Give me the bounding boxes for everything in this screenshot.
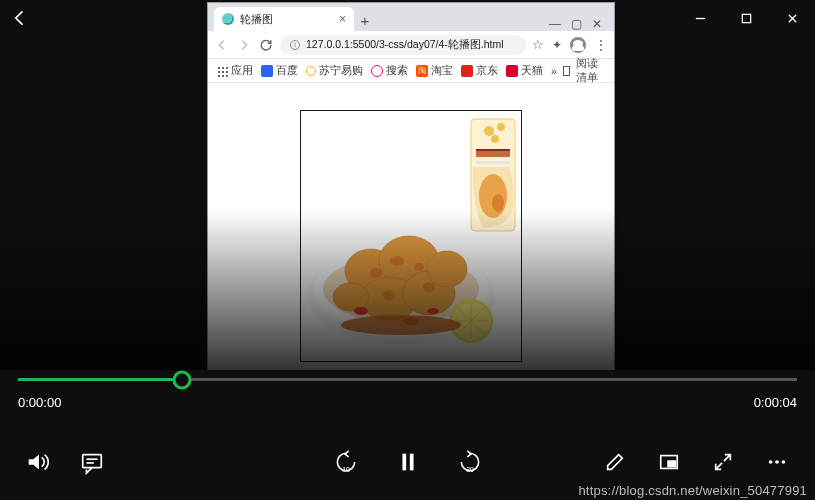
play-pause-button[interactable] (394, 448, 422, 476)
svg-point-33 (341, 315, 461, 335)
new-tab-button[interactable]: + (354, 9, 376, 31)
chrome-browser-window: 轮播图 × + — ▢ ✕ i 127.0.0.1:5500/3-css/d (207, 2, 615, 372)
controls-right (601, 448, 791, 476)
chrome-viewport: 去骨鸡爪 (208, 83, 614, 371)
bookmarks-overflow: » 阅读清单 (551, 57, 606, 85)
time-labels: 0:00:00 0:00:04 (18, 395, 797, 410)
arrow-left-icon (16, 11, 23, 24)
progress-thumb[interactable] (172, 370, 191, 389)
svg-text:30: 30 (466, 466, 474, 473)
chrome-menu-button[interactable]: ⋮ (594, 37, 608, 53)
chrome-close-button[interactable]: ✕ (592, 17, 602, 31)
subtitles-icon (83, 455, 102, 468)
more-button[interactable] (763, 448, 791, 476)
chrome-minimize-button[interactable]: — (549, 17, 561, 31)
maximize-button[interactable] (723, 2, 769, 34)
jd-icon (461, 65, 473, 77)
mini-player-button[interactable] (655, 448, 683, 476)
browser-tab[interactable]: 轮播图 × (214, 7, 354, 31)
tab-favicon-icon (222, 13, 234, 25)
controls-center: 10 30 (332, 448, 484, 476)
forward-30-button[interactable]: 30 (456, 448, 484, 476)
bookmark-search[interactable]: 搜索 (371, 64, 408, 78)
tab-close-button[interactable]: × (339, 12, 346, 26)
url-text: 127.0.0.1:5500/3-css/day07/4-轮播图.html (306, 38, 504, 52)
svg-point-23 (423, 282, 435, 292)
bookmark-baidu[interactable]: 百度 (261, 64, 298, 78)
svg-point-40 (775, 460, 779, 464)
maximize-icon (742, 14, 750, 22)
nav-forward-button[interactable] (236, 37, 252, 53)
site-info-icon[interactable]: i (290, 40, 300, 50)
progress-fill (18, 378, 182, 381)
watermark-text: https://blog.csdn.net/weixin_50477991 (578, 483, 807, 498)
baidu-icon (261, 65, 273, 77)
controls-left (24, 448, 106, 476)
svg-point-2 (497, 123, 505, 131)
svg-point-17 (333, 283, 369, 311)
svg-point-24 (354, 307, 368, 315)
tab-title: 轮播图 (240, 12, 333, 27)
bookmark-label: 京东 (476, 64, 498, 78)
product-image: 去骨鸡爪 (301, 111, 521, 361)
bookmark-label: 搜索 (386, 64, 408, 78)
chrome-toolbar: i 127.0.0.1:5500/3-css/day07/4-轮播图.html … (208, 31, 614, 59)
edit-button[interactable] (601, 448, 629, 476)
bookmark-tmall[interactable]: 天猫 (506, 64, 543, 78)
bookmark-label: 苏宁易购 (319, 64, 363, 78)
bookmark-suning[interactable]: 苏宁易购 (306, 64, 363, 78)
close-button[interactable] (769, 2, 815, 34)
svg-point-19 (370, 268, 382, 278)
outer-system-buttons (677, 2, 815, 34)
volume-button[interactable] (24, 448, 52, 476)
svg-text:去骨鸡爪: 去骨鸡爪 (483, 151, 503, 157)
toolbar-right-icons: ☆ ✦ ⋮ (532, 37, 608, 53)
close-icon (788, 14, 795, 21)
svg-rect-37 (409, 454, 413, 471)
svg-point-25 (427, 308, 439, 314)
speaker-icon (29, 455, 39, 470)
chrome-maximize-button[interactable]: ▢ (571, 17, 582, 31)
svg-point-1 (484, 126, 494, 136)
pause-icon (402, 454, 406, 471)
svg-point-3 (491, 135, 499, 143)
carousel-image-frame: 去骨鸡爪 (300, 110, 522, 362)
minimize-button[interactable] (677, 2, 723, 34)
suning-icon (306, 66, 316, 76)
pencil-icon (608, 455, 623, 470)
fullscreen-button[interactable] (709, 448, 737, 476)
svg-rect-7 (476, 161, 510, 164)
address-bar[interactable]: i 127.0.0.1:5500/3-css/day07/4-轮播图.html (280, 35, 526, 55)
back-button[interactable] (0, 8, 40, 28)
chrome-tabstrip: 轮播图 × + — ▢ ✕ (208, 3, 614, 31)
fullscreen-icon (716, 463, 722, 469)
extensions-button[interactable]: ✦ (552, 38, 562, 52)
subtitles-button[interactable] (78, 448, 106, 476)
bookmark-jd[interactable]: 京东 (461, 64, 498, 78)
bookmark-label: 淘宝 (431, 64, 453, 78)
more-icon (769, 460, 773, 464)
profile-avatar-button[interactable] (570, 37, 586, 53)
svg-point-8 (479, 174, 507, 218)
time-total: 0:00:04 (754, 395, 797, 410)
nav-back-button[interactable] (214, 37, 230, 53)
rewind-10-button[interactable]: 10 (332, 448, 360, 476)
progress-track[interactable] (18, 378, 797, 381)
svg-rect-39 (668, 461, 675, 467)
video-player-window: 轮播图 × + — ▢ ✕ i 127.0.0.1:5500/3-css/d (0, 0, 815, 500)
reload-icon (261, 40, 271, 50)
time-current: 0:00:00 (18, 395, 61, 410)
svg-point-9 (492, 194, 504, 212)
reload-button[interactable] (258, 37, 274, 53)
reading-list-icon (563, 66, 570, 76)
bookmarks-more-button[interactable]: » (551, 65, 557, 77)
bookmark-label: 百度 (276, 64, 298, 78)
svg-point-20 (390, 256, 404, 266)
bookmarks-bar: 应用 百度 苏宁易购 搜索 淘淘宝 京东 天猫 » 阅读清单 (208, 59, 614, 83)
bookmark-star-button[interactable]: ☆ (532, 37, 544, 52)
bookmark-label: 应用 (231, 64, 253, 78)
bookmark-taobao[interactable]: 淘淘宝 (416, 64, 453, 78)
reading-list-button[interactable]: 阅读清单 (576, 57, 606, 85)
taobao-icon: 淘 (416, 65, 428, 77)
apps-shortcut[interactable]: 应用 (216, 64, 253, 78)
